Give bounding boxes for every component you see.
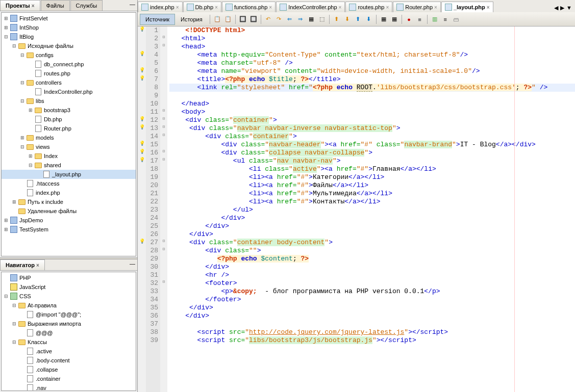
- toolbar-btn[interactable]: ▦: [306, 14, 316, 24]
- fold-icon[interactable]: ⊟: [160, 124, 167, 133]
- toolbar-btn[interactable]: ⬚: [317, 14, 327, 24]
- close-icon[interactable]: ×: [176, 5, 179, 10]
- fold-icon[interactable]: [160, 190, 167, 198]
- lightbulb-icon[interactable]: 💡: [139, 76, 145, 81]
- fold-icon[interactable]: [160, 328, 167, 336]
- line-number[interactable]: 20: [146, 181, 158, 190]
- tree-item[interactable]: IndexController.php: [2, 87, 136, 96]
- fold-icon[interactable]: [160, 92, 167, 100]
- fold-icon[interactable]: ⊟: [160, 279, 167, 288]
- line-number[interactable]: 34: [146, 296, 158, 304]
- lightbulb-icon[interactable]: 💡: [139, 68, 145, 73]
- stop-icon[interactable]: ■: [415, 14, 425, 24]
- tree-item[interactable]: _layout.php: [2, 170, 136, 179]
- tree-item[interactable]: .htaccess: [2, 179, 136, 188]
- toolbar-btn[interactable]: ⇒: [295, 14, 306, 24]
- minimize-icon[interactable]: —: [128, 259, 137, 270]
- fold-icon[interactable]: [160, 51, 167, 59]
- line-number[interactable]: 24: [146, 214, 158, 222]
- expand-icon[interactable]: ⊞: [27, 153, 34, 159]
- fold-icon[interactable]: [160, 165, 167, 173]
- tree-item[interactable]: ⊞FirstServlet: [2, 14, 136, 23]
- tree-item[interactable]: ⊞JspDemo: [2, 216, 136, 225]
- line-number[interactable]: 30: [146, 263, 158, 271]
- tree-item[interactable]: ⊟views: [2, 142, 136, 151]
- tree-item[interactable]: Router.php: [2, 124, 136, 133]
- line-number[interactable]: 36: [146, 312, 158, 320]
- fold-icon[interactable]: [160, 222, 167, 230]
- tree-item[interactable]: ⊟configs: [2, 50, 136, 60]
- expand-icon[interactable]: ⊟: [27, 163, 34, 168]
- tree-item[interactable]: ⊟CSS: [2, 292, 136, 301]
- line-number[interactable]: 15: [146, 141, 158, 149]
- toolbar-btn[interactable]: 📋: [223, 14, 233, 24]
- tree-item[interactable]: ⊟shared: [2, 161, 136, 170]
- line-number[interactable]: 22: [146, 198, 158, 206]
- fold-icon[interactable]: [160, 304, 167, 312]
- line-number[interactable]: 32: [146, 279, 158, 288]
- line-number[interactable]: 9: [146, 92, 158, 100]
- close-icon[interactable]: ×: [339, 5, 342, 10]
- fold-icon[interactable]: [160, 288, 167, 296]
- editor-tab[interactable]: Db.php×: [183, 2, 221, 12]
- toolbar-btn[interactable]: ⬇: [342, 14, 353, 24]
- fold-icon[interactable]: [160, 312, 167, 320]
- tree-item[interactable]: JavaScript: [2, 282, 136, 292]
- navigator-tree[interactable]: PHPJavaScript⊟CSS⊟At-правила@import "@@@…: [1, 272, 136, 391]
- toolbar-btn[interactable]: ≡: [440, 14, 451, 24]
- expand-icon[interactable]: ⊟: [19, 53, 26, 58]
- fold-icon[interactable]: ⊟: [160, 35, 167, 43]
- toolbar-btn[interactable]: 🔲: [238, 14, 248, 24]
- fold-icon[interactable]: ⊟: [160, 247, 167, 255]
- expand-icon[interactable]: ⊟: [11, 43, 18, 48]
- line-number[interactable]: 4: [146, 51, 158, 59]
- code-editor[interactable]: 💡💡💡💡💡💡💡💡💡💡 12345678910111213141516171819…: [138, 27, 575, 392]
- tree-item[interactable]: .container: [2, 374, 136, 383]
- line-number[interactable]: 33: [146, 288, 158, 296]
- tree-item[interactable]: @@@: [2, 328, 136, 337]
- expand-icon[interactable]: ⊞: [27, 108, 34, 113]
- close-icon[interactable]: ×: [215, 5, 218, 10]
- toolbar-btn[interactable]: 📋: [212, 14, 222, 24]
- tree-item[interactable]: ⊞IntShop: [2, 23, 136, 32]
- tree-item[interactable]: Db.php: [2, 115, 136, 124]
- close-icon[interactable]: ×: [386, 5, 389, 10]
- redo-icon[interactable]: ↷: [274, 14, 284, 24]
- tree-item[interactable]: .body-content: [2, 356, 136, 365]
- line-number[interactable]: 1: [146, 27, 158, 35]
- expand-icon[interactable]: ⊟: [11, 321, 18, 326]
- toolbar-btn[interactable]: ⬆: [332, 14, 342, 24]
- fold-icon[interactable]: ⊟: [160, 149, 167, 157]
- expand-icon[interactable]: ⊞: [11, 199, 18, 204]
- dropdown-icon[interactable]: ▼: [566, 5, 572, 11]
- toolbar-btn[interactable]: 🔲: [248, 14, 259, 24]
- fold-icon[interactable]: [160, 173, 167, 181]
- expand-icon[interactable]: ⊟: [3, 294, 10, 299]
- fold-icon[interactable]: [160, 263, 167, 271]
- tree-item[interactable]: ⊞Путь к include: [2, 197, 136, 206]
- line-number[interactable]: 7: [146, 75, 158, 84]
- expand-icon[interactable]: ⊞: [3, 25, 10, 30]
- tree-item[interactable]: Удаленные файлы: [2, 206, 136, 216]
- tree-item[interactable]: ⊟Классы: [2, 337, 136, 347]
- fold-icon[interactable]: [160, 59, 167, 67]
- tree-item[interactable]: ⊟libs: [2, 96, 136, 106]
- lightbulb-icon[interactable]: 💡: [139, 117, 145, 122]
- line-number[interactable]: 5: [146, 59, 158, 67]
- line-number[interactable]: 11: [146, 108, 158, 116]
- tree-item[interactable]: @import "@@@";: [2, 310, 136, 319]
- line-number[interactable]: 35: [146, 304, 158, 312]
- toolbar-btn[interactable]: 🗃: [451, 14, 461, 24]
- toolbar-btn[interactable]: ⇐: [285, 14, 295, 24]
- line-number[interactable]: 27: [146, 239, 158, 247]
- fold-icon[interactable]: [160, 206, 167, 214]
- tree-item[interactable]: ⊟At-правила: [2, 301, 136, 310]
- line-number[interactable]: 23: [146, 206, 158, 214]
- expand-icon[interactable]: ⊟: [11, 339, 18, 345]
- close-icon[interactable]: ×: [269, 5, 272, 10]
- tree-item[interactable]: db_connect.php: [2, 60, 136, 69]
- expand-icon[interactable]: ⊟: [19, 80, 26, 85]
- lightbulb-icon[interactable]: 💡: [139, 141, 145, 146]
- line-number[interactable]: 14: [146, 133, 158, 141]
- minimize-icon[interactable]: —: [128, 0, 137, 11]
